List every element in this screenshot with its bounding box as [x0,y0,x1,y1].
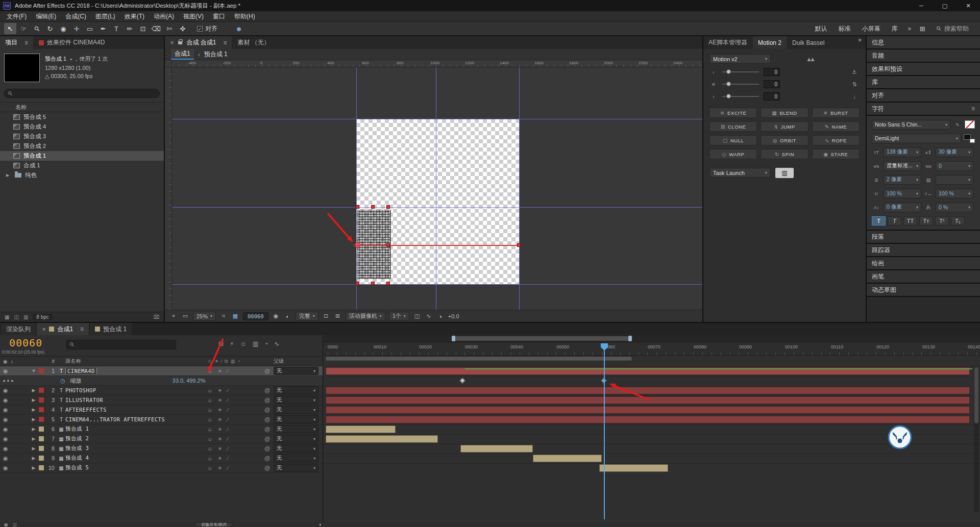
expander-icon[interactable]: ▼ [29,368,39,373]
layer-bar[interactable] [460,445,533,453]
slider-knob[interactable] [726,82,731,86]
pick-whip-icon[interactable]: @ [264,387,274,393]
expander-icon[interactable]: ▶ [29,407,39,412]
panel-tab-align[interactable]: 对齐 [867,89,980,102]
layer-bar[interactable] [326,367,970,375]
motion-blur-column-icon[interactable]: ◔ [237,359,240,364]
pick-whip-icon[interactable]: @ [264,368,274,374]
leading-dropdown[interactable]: 30 像素▾ [936,147,973,157]
project-item[interactable]: 合成 1 [0,161,164,170]
collapse-switch[interactable]: ☀ [217,368,222,374]
menu-item-edit[interactable]: 编辑(E) [31,12,61,21]
menu-item-help[interactable]: 帮助(H) [230,12,260,21]
pick-whip-icon[interactable]: @ [264,416,274,422]
flowchart-icon[interactable]: ⊞ [334,312,342,321]
navigator-handle[interactable] [454,336,630,341]
pick-whip-icon[interactable]: @ [264,455,274,461]
align-checkbox[interactable]: ✓ 对齐 [197,24,217,33]
orbit-camera-tool-icon[interactable]: ↻ [44,23,56,34]
warp-button[interactable]: ◇WARP [709,149,757,159]
lock-icon[interactable] [178,41,182,44]
motion-slider[interactable] [722,96,759,97]
quality-switch[interactable]: ∕ [227,397,228,403]
project-item[interactable]: 预合成 4 [0,122,164,132]
guide-line[interactable] [519,67,520,310]
selection-handle[interactable] [386,243,390,247]
layer-bar[interactable] [326,425,396,433]
selection-handle[interactable] [356,282,359,285]
menu-item-effect[interactable]: 效果(T) [120,12,149,21]
eye-icon[interactable]: ◉ [3,426,8,433]
stopwatch-icon[interactable]: ◷ [60,378,65,384]
layer-bar[interactable] [599,464,668,472]
quality-switch[interactable]: ∕ [227,407,228,413]
eye-icon[interactable]: ◉ [3,465,8,471]
layer-row[interactable]: ◉ ▶ 9 ▦ 预合成 4 ☺☀∕ @ 无▾ [0,454,323,463]
timeline-search-input[interactable]: ⚲ [66,340,176,349]
timeline-scrollbar[interactable] [974,366,979,512]
selection-handle[interactable] [386,205,390,209]
keyframe-icon[interactable]: ♦ [7,378,10,383]
eyedropper-icon[interactable]: ✎ [953,122,962,128]
collapse-switch[interactable]: ☀ [217,436,222,442]
slider-value[interactable]: 0 [764,92,780,101]
slider-mode-icon[interactable]: ✕ [709,82,718,87]
shy-switch[interactable]: ☺ [207,397,212,403]
clone-button[interactable]: ⊞CLONE [709,121,757,132]
layer-bar[interactable] [533,455,602,462]
type-tool-icon[interactable]: T [110,23,122,34]
layer-row[interactable]: ◉ ▶ 2 T PHOTOSHOP ☺☀∕ @ 无▾ [0,386,323,395]
fast-previews-icon[interactable]: ∿ [425,312,433,321]
parent-dropdown[interactable]: 无▾ [274,444,318,453]
guide-line[interactable] [436,67,436,310]
layer-row[interactable]: ◉ ▶ 3 T ILLUSTRATOR ☺☀∕ @ 无▾ [0,395,323,405]
pick-whip-icon[interactable]: @ [264,407,274,413]
guide-line[interactable] [172,207,702,208]
collapse-switch[interactable]: ☀ [217,388,222,393]
expander-icon[interactable]: ▶ [29,417,39,422]
slider-knob[interactable] [726,94,731,98]
graph-editor-icon[interactable]: ∿ [274,340,279,347]
resolution-dropdown[interactable]: 完整▾ [296,312,318,321]
collapse-switch[interactable]: ☀ [217,407,222,413]
layer-color-chip[interactable] [39,426,44,432]
breadcrumb-current[interactable]: 预合成 1 [204,50,228,59]
shy-switch[interactable]: ☺ [207,456,212,461]
fill-color-swatch[interactable] [965,120,975,129]
project-item-selected[interactable]: 预合成 1 [0,151,164,161]
parent-dropdown[interactable]: 无▾ [274,367,318,375]
faux-italic-button[interactable]: T [888,216,901,225]
tab-motion-2[interactable]: Motion 2 [753,36,787,49]
panel-tab-paragraph[interactable]: 段落 [867,231,980,243]
layer-color-chip[interactable] [39,465,44,470]
hand-tool-icon[interactable]: ☞ [17,23,30,34]
quality-switch[interactable]: ∕ [227,436,228,442]
preview-time-field[interactable]: 00060 [243,312,268,320]
zoom-tool-icon[interactable]: ⚲ [29,20,45,37]
project-folder[interactable]: ▶纯色 [0,170,164,180]
create-folder-icon[interactable]: ◫ [14,314,18,320]
layer-bar[interactable] [326,406,970,414]
eye-icon[interactable]: ◉ [3,416,8,423]
eye-icon[interactable]: ◉ [3,397,8,404]
current-time-display[interactable]: 00060 [9,337,42,349]
horizontal-scale-dropdown[interactable]: 100 %▾ [936,189,973,198]
frame-blend-column-icon[interactable]: ▥ [231,359,235,364]
tab-overflow-button[interactable]: » [854,36,866,49]
vertical-scale-dropdown[interactable]: 100 %▾ [884,189,921,198]
clone-stamp-tool-icon[interactable]: ⊡ [137,23,149,34]
expander-icon[interactable]: ▶ [6,173,11,178]
collapse-switch[interactable]: ☀ [217,426,222,432]
stroke-color-swatch[interactable] [964,134,975,143]
tab-footage[interactable]: 素材 （无） [232,36,275,49]
faux-bold-button[interactable]: T [872,216,886,225]
name-button[interactable]: ✎NAME [812,121,860,132]
bit-depth-badge[interactable]: 8 bpc [33,314,52,320]
collapse-switch[interactable]: ☀ [217,417,222,422]
rope-button[interactable]: ∿ROPE [812,135,860,145]
layer-row[interactable]: ◉ ▶ 6 ▦ 预合成 1 ☺☀∕ @ 无▾ [0,424,323,434]
timeline-track-area[interactable]: 0000 00010 00020 00030 00040 00050 00060… [324,335,980,522]
workspace-tab-small-screen[interactable]: 小屏幕 [857,24,886,33]
project-item[interactable]: 预合成 3 [0,132,164,141]
draft-3d-icon[interactable]: ⚡ [230,340,234,347]
